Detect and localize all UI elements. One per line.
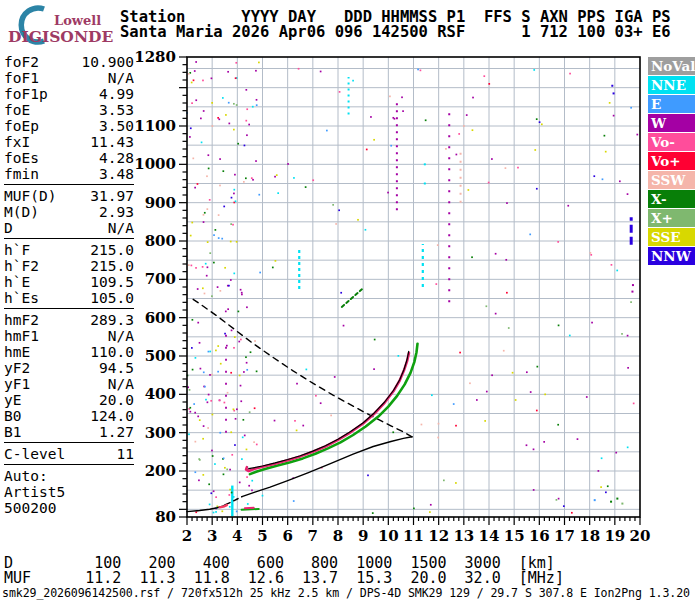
noise-dot <box>488 83 490 85</box>
noise-dot <box>373 368 375 370</box>
noise-dot <box>236 241 238 243</box>
noise-dot <box>230 279 232 281</box>
noise-dot <box>208 351 210 353</box>
noise-dot <box>246 476 248 478</box>
noise-dot <box>459 352 461 354</box>
trace-es-trace-green <box>242 509 259 510</box>
noise-dot <box>195 61 197 63</box>
noise-dot <box>195 99 197 101</box>
noise-dot <box>220 363 222 365</box>
noise-dot <box>215 350 217 352</box>
x-tick-label: 18 <box>579 527 600 545</box>
noise-dot <box>202 438 204 440</box>
noise-dot <box>394 118 396 120</box>
noise-dot <box>339 91 341 93</box>
noise-dot <box>207 427 209 429</box>
noise-dot <box>209 351 211 353</box>
noise-dot <box>330 415 332 417</box>
noise-dot <box>604 135 606 137</box>
noise-dot <box>252 179 254 181</box>
noise-dot <box>389 96 391 98</box>
noise-dot <box>230 241 232 243</box>
noise-dot <box>505 259 507 261</box>
noise-dot <box>192 319 194 321</box>
noise-dot <box>215 229 217 231</box>
noise-dot <box>340 292 342 294</box>
noise-dot <box>615 452 617 454</box>
noise-dot <box>230 372 232 374</box>
noise-dot <box>215 511 217 513</box>
noise-dot <box>276 174 278 176</box>
noise-dot <box>472 129 474 131</box>
noise-dot <box>296 383 298 385</box>
noise-dot <box>390 145 392 147</box>
noise-dot <box>605 151 607 153</box>
noise-dot <box>235 418 237 420</box>
noise-dot <box>243 371 245 373</box>
noise-dot <box>293 500 295 502</box>
noise-dot <box>191 347 193 349</box>
noise-dot <box>486 391 488 393</box>
noise-dot <box>243 181 245 183</box>
noise-dot <box>402 110 404 112</box>
noise-dot <box>206 175 208 177</box>
noise-dot <box>240 400 242 402</box>
noise-dot <box>223 473 225 475</box>
noise-dot <box>610 501 612 503</box>
noise-dot <box>541 123 543 125</box>
noise-dot <box>627 446 629 448</box>
noise-dot <box>539 121 541 123</box>
x-tick-label: 7 <box>308 527 318 545</box>
noise-dot <box>202 474 204 476</box>
noise-dot <box>556 499 558 501</box>
y-tick-label: 1000 <box>134 155 176 173</box>
noise-dot <box>233 273 235 275</box>
x-tick-label: 6 <box>282 527 292 545</box>
noise-dot <box>229 469 231 471</box>
legend-item-e: E <box>648 95 695 113</box>
x-tick-label: 19 <box>604 527 625 545</box>
noise-dot <box>458 133 460 135</box>
file-info-footer: smk29_2026096142500.rsf / 720fx512h 25 k… <box>2 587 690 599</box>
legend-item-x: X+ <box>648 209 695 227</box>
noise-dot <box>236 408 238 410</box>
noise-dot <box>219 290 221 292</box>
noise-dot <box>194 441 196 443</box>
noise-dot <box>233 103 235 105</box>
noise-dot <box>191 222 193 224</box>
y-tick-label: 600 <box>145 309 176 327</box>
noise-dot <box>602 178 604 180</box>
noise-dot <box>543 441 545 443</box>
noise-dot <box>218 237 220 239</box>
noise-dot <box>616 270 618 272</box>
noise-dot <box>225 311 227 313</box>
noise-dot <box>244 145 246 147</box>
noise-dot <box>298 68 300 70</box>
noise-dot <box>503 350 505 352</box>
noise-dot <box>365 229 367 231</box>
noise-dot <box>370 116 372 118</box>
noise-dot <box>208 394 210 396</box>
noise-dot <box>203 214 205 216</box>
noise-dot <box>199 342 201 344</box>
noise-dot <box>253 441 255 443</box>
noise-dot <box>246 134 248 136</box>
noise-dot <box>191 265 193 267</box>
noise-dot <box>189 407 191 409</box>
noise-dot <box>217 117 219 119</box>
noise-dot <box>223 206 225 208</box>
noise-dot <box>485 305 487 307</box>
noise-dot <box>256 99 258 101</box>
noise-dot <box>228 102 230 104</box>
noise-dot <box>577 438 579 440</box>
trace-profile-valley <box>226 497 242 505</box>
noise-dot <box>213 490 215 492</box>
noise-dot <box>627 335 629 337</box>
noise-dot <box>194 70 196 72</box>
noise-dot <box>205 263 207 265</box>
y-tick-label: 500 <box>145 347 176 365</box>
noise-dot <box>495 313 497 315</box>
noise-dot <box>228 494 230 496</box>
noise-dot <box>194 412 196 414</box>
noise-dot <box>231 330 233 332</box>
